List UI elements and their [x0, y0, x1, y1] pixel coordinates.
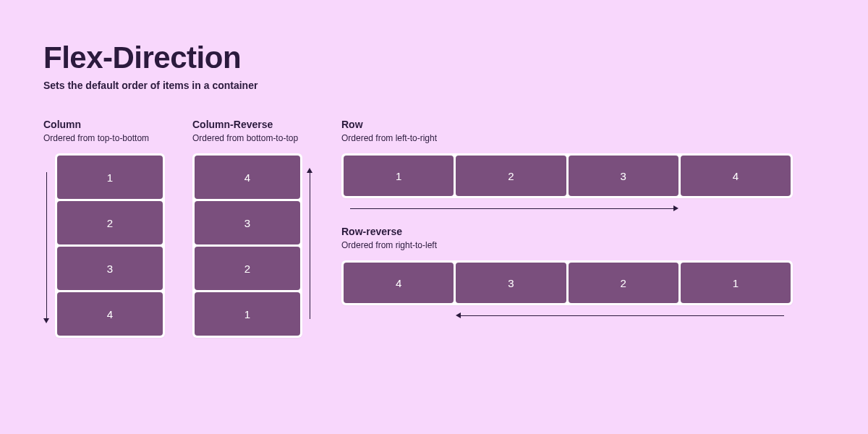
flex-item: 2 — [57, 201, 163, 244]
section-column-reverse: Column-Reverse Ordered from bottom-to-to… — [192, 119, 314, 338]
row-stack: Row Ordered from left-to-right 1 2 3 4 R… — [341, 119, 793, 323]
flex-item: 4 — [57, 292, 163, 336]
arrow-right-icon — [344, 203, 790, 216]
section-desc: Ordered from top-to-bottom — [43, 133, 165, 143]
flex-container-row: 1 2 3 4 — [341, 153, 793, 198]
flex-item: 2 — [569, 263, 678, 303]
section-desc: Ordered from bottom-to-top — [192, 133, 314, 143]
section-row: Row Ordered from left-to-right 1 2 3 4 — [341, 119, 793, 216]
section-title: Column-Reverse — [192, 119, 314, 130]
page-title: Flex-Direction — [43, 41, 825, 75]
flex-item: 3 — [456, 263, 566, 303]
section-title: Row-reverse — [341, 226, 793, 237]
column-wrap: 1 2 3 4 — [43, 153, 165, 338]
flex-item: 1 — [195, 292, 300, 336]
arrow-up-icon — [307, 153, 314, 338]
flex-container-row-reverse: 4 3 2 1 — [341, 260, 793, 305]
flex-item: 2 — [195, 247, 300, 290]
section-column: Column Ordered from top-to-bottom 1 2 3 … — [43, 119, 165, 338]
flex-item: 4 — [195, 156, 300, 199]
flex-item: 3 — [195, 201, 300, 244]
flex-item: 1 — [344, 156, 454, 196]
arrow-down-icon — [43, 153, 51, 338]
section-title: Column — [43, 119, 165, 130]
flex-item: 4 — [681, 156, 791, 196]
section-desc: Ordered from right-to-left — [341, 240, 793, 250]
flex-item: 1 — [57, 156, 163, 199]
arrow-left-icon — [344, 310, 790, 323]
flex-item: 3 — [569, 156, 678, 196]
section-row-reverse: Row-reverse Ordered from right-to-left 4… — [341, 226, 793, 323]
flex-container-column-reverse: 4 3 2 1 — [192, 153, 302, 338]
flex-item: 1 — [681, 263, 791, 303]
page-subtitle: Sets the default order of items in a con… — [43, 80, 825, 91]
flex-item: 3 — [57, 247, 163, 290]
sections: Column Ordered from top-to-bottom 1 2 3 … — [43, 119, 825, 338]
flex-item: 2 — [456, 156, 566, 196]
flex-container-column: 1 2 3 4 — [55, 153, 165, 338]
column-reverse-wrap: 4 3 2 1 — [192, 153, 314, 338]
section-title: Row — [341, 119, 793, 130]
flex-item: 4 — [344, 263, 454, 303]
section-desc: Ordered from left-to-right — [341, 133, 793, 143]
